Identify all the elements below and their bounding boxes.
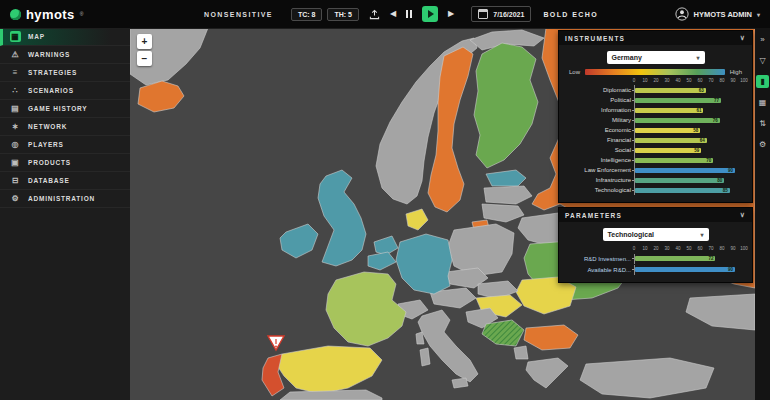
- chart-row: Infrastructure80: [567, 175, 744, 185]
- sidebar-menu: ▦MAP⚠WARNINGS≡STRATEGIES∴SCENARIOS▤GAME …: [0, 28, 130, 400]
- axis-tick-label: 40: [675, 246, 680, 251]
- sidebar-item-label: WARNINGS: [28, 51, 70, 58]
- axis-tick-label: 30: [664, 246, 669, 251]
- axis-tick-label: 0: [633, 246, 636, 251]
- parameter-select[interactable]: Technological ▾: [603, 228, 709, 241]
- value-bar: 58: [635, 128, 700, 133]
- sidebar-item-warnings[interactable]: ⚠WARNINGS: [0, 46, 130, 64]
- chart-row: Technological85: [567, 185, 744, 195]
- chevron-down-icon: ▾: [700, 231, 703, 238]
- value-bar: 80: [635, 178, 724, 183]
- game-history-icon: ▤: [10, 103, 21, 114]
- bar-track: 63: [634, 85, 744, 95]
- bar-label: Military: [567, 117, 632, 123]
- sidebar-item-map[interactable]: ▦MAP: [0, 28, 130, 46]
- chart-row: Diplomatic63: [567, 85, 744, 95]
- play-button[interactable]: [422, 6, 438, 22]
- swap-icon[interactable]: ⇅: [756, 117, 769, 130]
- chevron-down-icon: ▾: [757, 11, 760, 18]
- value-bar: 59: [635, 148, 701, 153]
- sidebar-item-players[interactable]: ◎PLAYERS: [0, 136, 130, 154]
- value-bar: 85: [635, 188, 730, 193]
- settings-icon[interactable]: ⚙: [756, 138, 769, 151]
- parameters-bar-chart: R&D Investmen...72Available R&D...90: [567, 253, 744, 275]
- axis-tick-label: 0: [633, 78, 636, 83]
- bar-track: 80: [634, 175, 744, 185]
- calendar-icon: [478, 9, 488, 19]
- sidebar-item-database[interactable]: ⊟DATABASE: [0, 172, 130, 190]
- bar-track: 85: [634, 185, 744, 195]
- database-icon: ⊟: [10, 175, 21, 186]
- instruments-panel-header[interactable]: INSTRUMENTS ∨: [559, 31, 752, 45]
- axis-tick-label: 100: [740, 246, 748, 251]
- country-albania[interactable]: [514, 346, 528, 359]
- step-forward-icon[interactable]: ▶: [448, 10, 454, 18]
- zoom-in-button[interactable]: +: [137, 34, 152, 49]
- country-sicily[interactable]: [452, 378, 468, 388]
- bar-label: Intelligence: [567, 157, 632, 163]
- sidebar-item-network[interactable]: ∗NETWORK: [0, 118, 130, 136]
- bar-track: 76: [634, 115, 744, 125]
- zoom-out-button[interactable]: −: [137, 51, 152, 66]
- collapse-panel-icon[interactable]: »: [756, 33, 769, 46]
- parameter-select-value: Technological: [608, 231, 655, 238]
- chart-row: Economic58: [567, 125, 744, 135]
- axis-tick-label: 50: [686, 246, 691, 251]
- bar-label: Infrastructure: [567, 177, 632, 183]
- parameters-panel-title: PARAMETERS: [565, 212, 622, 219]
- layers-icon[interactable]: ▦: [756, 96, 769, 109]
- products-icon: ▣: [10, 157, 21, 168]
- value-bar: 72: [635, 256, 715, 261]
- bar-track: 64: [634, 135, 744, 145]
- value-bar: 70: [635, 158, 713, 163]
- value-bar: 61: [635, 108, 703, 113]
- value-bar: 90: [635, 267, 735, 272]
- axis-tick-label: 80: [719, 78, 724, 83]
- date-picker[interactable]: 7/16/2021: [471, 6, 531, 22]
- administration-icon: ⚙: [10, 193, 21, 204]
- filter-icon[interactable]: ▽: [756, 54, 769, 67]
- axis-tick-label: 60: [697, 78, 702, 83]
- axis-tick-label: 60: [697, 246, 702, 251]
- sidebar-item-label: STRATEGIES: [28, 69, 77, 76]
- scenarios-icon: ∴: [10, 85, 21, 96]
- step-back-icon[interactable]: ◀: [390, 10, 396, 18]
- sidebar-item-label: PRODUCTS: [28, 159, 71, 166]
- axis-tick-label: 80: [719, 246, 724, 251]
- user-menu[interactable]: HYMOTS ADMIN ▾: [675, 7, 770, 21]
- axis-tick-label: 70: [708, 246, 713, 251]
- country-select[interactable]: Germany ▾: [607, 51, 705, 64]
- th-counter[interactable]: TH: 5: [327, 8, 359, 21]
- legend-gradient-bar: [585, 69, 725, 75]
- bar-track: 90: [634, 165, 744, 175]
- play-icon: [428, 10, 434, 18]
- sidebar-item-strategies[interactable]: ≡STRATEGIES: [0, 64, 130, 82]
- sidebar-item-scenarios[interactable]: ∴SCENARIOS: [0, 82, 130, 100]
- collapse-chevron-icon[interactable]: ∨: [740, 211, 746, 219]
- app-name: hymots: [26, 7, 75, 22]
- instruments-panel-title: INSTRUMENTS: [565, 35, 625, 42]
- bar-chart-icon[interactable]: ▮: [756, 75, 769, 88]
- sidebar-item-label: GAME HISTORY: [28, 105, 87, 112]
- bar-track: 70: [634, 155, 744, 165]
- axis-tick-label: 10: [642, 246, 647, 251]
- sidebar-item-game-history[interactable]: ▤GAME HISTORY: [0, 100, 130, 118]
- pause-icon[interactable]: [406, 10, 412, 18]
- parameters-panel-header[interactable]: PARAMETERS ∨: [559, 208, 752, 222]
- country-sardinia[interactable]: [420, 348, 430, 366]
- tc-counter[interactable]: TC: 8: [291, 8, 323, 21]
- right-toolbar: »▽▮▦⇅⚙: [755, 28, 770, 400]
- chart-row: R&D Investmen...72: [567, 253, 744, 264]
- sidebar-item-label: ADMINISTRATION: [28, 195, 95, 202]
- sidebar-item-administration[interactable]: ⚙ADMINISTRATION: [0, 190, 130, 208]
- bar-track: 59: [634, 145, 744, 155]
- network-icon: ∗: [10, 121, 21, 132]
- collapse-chevron-icon[interactable]: ∨: [740, 34, 746, 42]
- bar-label: Financial: [567, 137, 632, 143]
- value-bar: 90: [635, 168, 735, 173]
- upload-icon[interactable]: [369, 9, 380, 20]
- chevron-down-icon: ▾: [696, 54, 699, 61]
- parameters-axis-ticks: 0102030405060708090100: [634, 246, 744, 253]
- sidebar-item-products[interactable]: ▣PRODUCTS: [0, 154, 130, 172]
- country-poland[interactable]: [448, 224, 514, 276]
